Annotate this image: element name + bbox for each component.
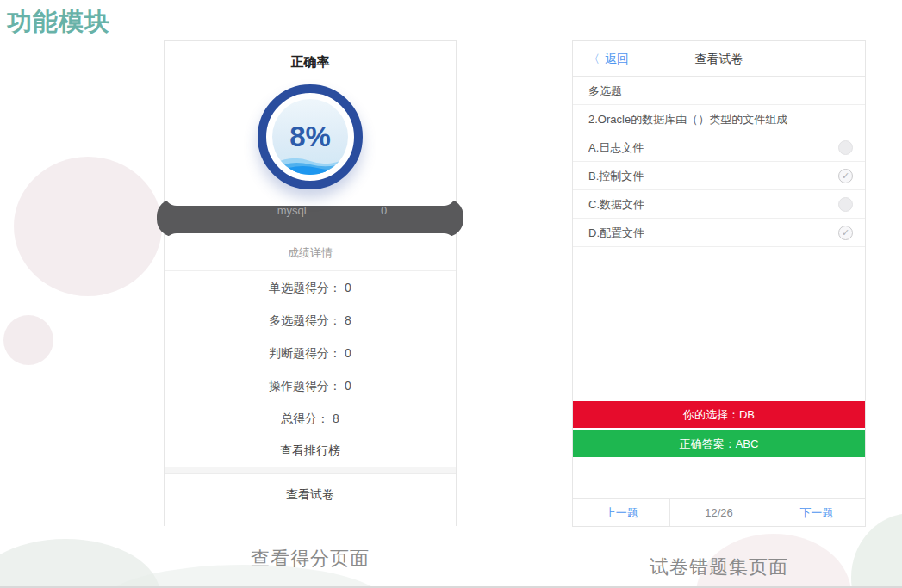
score-row-total: 总得分：8	[165, 402, 456, 435]
score-panel: mysql 0 正确率 8% 成绩详情 单选题得分：0	[164, 40, 457, 526]
score-details-header: 成绩详情	[165, 245, 456, 261]
answer-bars: 你的选择：DB 正确答案：ABC	[573, 401, 865, 457]
score-label: 多选题得分：	[269, 313, 341, 327]
screenshot-stage: 功能模块 mysql 0 正确率 8% 成绩详情	[0, 0, 902, 588]
page-title: 功能模块	[7, 5, 110, 40]
exam-panel: 〈返回 查看试卷 多选题 2.Oracle的数据库由（）类型的文件组成 A.日志…	[572, 40, 866, 527]
accuracy-gauge-inner: 8%	[272, 99, 348, 175]
correct-answer-bar: 正确答案：ABC	[573, 430, 865, 457]
your-choice-bar: 你的选择：DB	[573, 401, 865, 428]
accuracy-gauge: 8%	[258, 84, 363, 189]
score-label: 总得分：	[281, 412, 329, 425]
option-row-d[interactable]: D.配置文件 ✓	[573, 219, 865, 247]
option-radio-0[interactable]	[838, 140, 853, 155]
score-label: 单选题得分：	[269, 281, 341, 294]
exam-header: 〈返回 查看试卷	[573, 41, 865, 77]
score-details-section: 成绩详情 单选题得分：0 多选题得分：8 判断题得分：0 操作题得分：0 总得分…	[165, 233, 456, 527]
question-type: 多选题	[573, 77, 865, 105]
exam-panel-caption: 试卷错题集页面	[572, 554, 866, 580]
score-row-single-choice: 单选题得分：0	[165, 271, 456, 304]
option-label: D.配置文件	[588, 226, 644, 239]
score-label: 操作题得分：	[269, 379, 341, 393]
decor-bubble-icon	[3, 315, 53, 365]
pagination-bar: 上一题 12/26 下一题	[573, 498, 865, 526]
option-radio-3[interactable]: ✓	[838, 226, 853, 240]
back-label: 返回	[605, 52, 629, 65]
score-value: 0	[345, 379, 351, 393]
section-divider	[165, 467, 456, 474]
score-value: 8	[345, 313, 351, 327]
score-value: 0	[345, 281, 351, 294]
subject-score: 0	[381, 204, 387, 217]
accuracy-title: 正确率	[165, 54, 456, 71]
view-paper-link[interactable]: 查看试卷	[165, 474, 456, 514]
option-row-b[interactable]: B.控制文件 ✓	[573, 162, 865, 190]
option-label: A.日志文件	[588, 141, 644, 154]
accuracy-value: 8%	[289, 121, 331, 153]
score-value: 8	[333, 412, 339, 425]
question-text: 2.Oracle的数据库由（）类型的文件组成	[573, 105, 865, 133]
option-label: B.控制文件	[588, 170, 644, 183]
question-counter: 12/26	[669, 499, 768, 526]
option-row-c[interactable]: C.数据文件	[573, 190, 865, 219]
score-label: 判断题得分：	[269, 346, 341, 360]
option-label: C.数据文件	[588, 198, 644, 211]
score-row-judgement: 判断题得分：0	[165, 337, 456, 369]
score-row-multi-choice: 多选题得分：8	[165, 304, 456, 337]
score-value: 0	[345, 346, 351, 360]
option-radio-2[interactable]	[838, 197, 853, 212]
score-row-operation: 操作题得分：0	[165, 369, 456, 402]
next-question-button[interactable]: 下一题	[768, 499, 865, 526]
accuracy-section: 正确率 8%	[165, 41, 456, 206]
subject-name: mysql	[277, 204, 307, 217]
back-button[interactable]: 〈返回	[588, 41, 629, 77]
score-panel-caption: 查看得分页面	[164, 546, 457, 572]
decor-bubble-icon	[14, 157, 162, 296]
prev-question-button[interactable]: 上一题	[573, 499, 669, 526]
option-row-a[interactable]: A.日志文件	[573, 133, 865, 162]
option-radio-1[interactable]: ✓	[838, 169, 853, 183]
view-leaderboard-link[interactable]: 查看排行榜	[165, 435, 456, 467]
back-chevron-icon: 〈	[588, 53, 600, 65]
